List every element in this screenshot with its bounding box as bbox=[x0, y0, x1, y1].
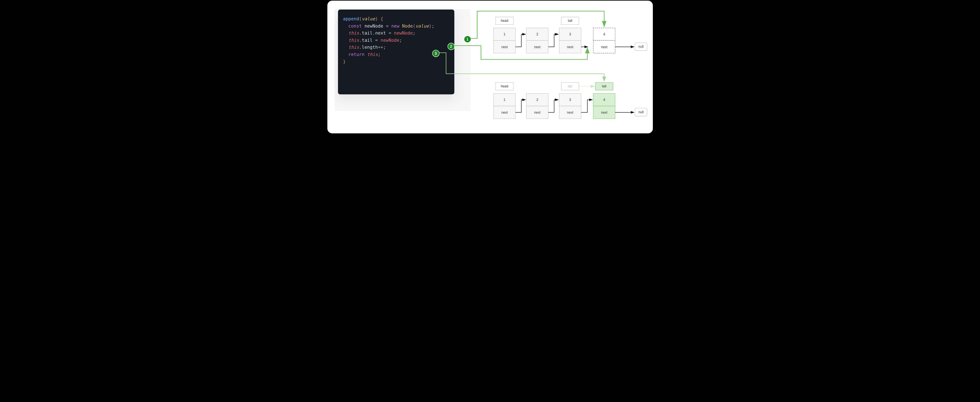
before-tail-label: tail bbox=[568, 19, 572, 22]
after-arrow-2-3 bbox=[548, 100, 558, 112]
after-arrow-1-2 bbox=[515, 100, 525, 112]
before-head-label: head bbox=[501, 19, 508, 22]
after-node-1-value: 1 bbox=[503, 98, 505, 101]
callout-step3-arrow bbox=[439, 53, 604, 81]
before-node-3-value: 3 bbox=[569, 32, 571, 36]
before-node-1-next-label: next bbox=[501, 45, 508, 49]
before-node-4-next-label: next bbox=[601, 45, 608, 49]
before-arrow-2-3 bbox=[548, 34, 558, 47]
before-null-label: null bbox=[638, 45, 643, 48]
diagram-svg: head tail 1 next 2 next 3 next 4 next nu… bbox=[328, 1, 653, 133]
before-node-1-value: 1 bbox=[503, 32, 505, 36]
after-node-4-next-label: next bbox=[601, 111, 608, 114]
after-head-label: head bbox=[501, 84, 508, 88]
before-node-4-value: 4 bbox=[603, 32, 605, 36]
before-node-2-next-label: next bbox=[534, 45, 541, 49]
after-node-3-value: 3 bbox=[569, 98, 571, 101]
after-node-2-next-label: next bbox=[534, 111, 541, 114]
after-node-4-value: 4 bbox=[603, 98, 605, 101]
after-new-tail-label: tail bbox=[602, 84, 606, 88]
before-node-2-value: 2 bbox=[536, 32, 538, 36]
before-arrow-1-2 bbox=[515, 34, 525, 47]
diagram-frame: append(value) { const newNode = new Node… bbox=[327, 0, 654, 134]
after-old-tail-label: tail bbox=[568, 84, 572, 88]
after-null-label: null bbox=[638, 110, 643, 114]
before-node-3-next-label: next bbox=[567, 45, 573, 49]
after-node-2-value: 2 bbox=[536, 98, 538, 101]
after-node-3-next-label: next bbox=[567, 111, 573, 114]
after-arrow-3-4 bbox=[581, 100, 592, 112]
after-node-1-next-label: next bbox=[501, 111, 508, 114]
